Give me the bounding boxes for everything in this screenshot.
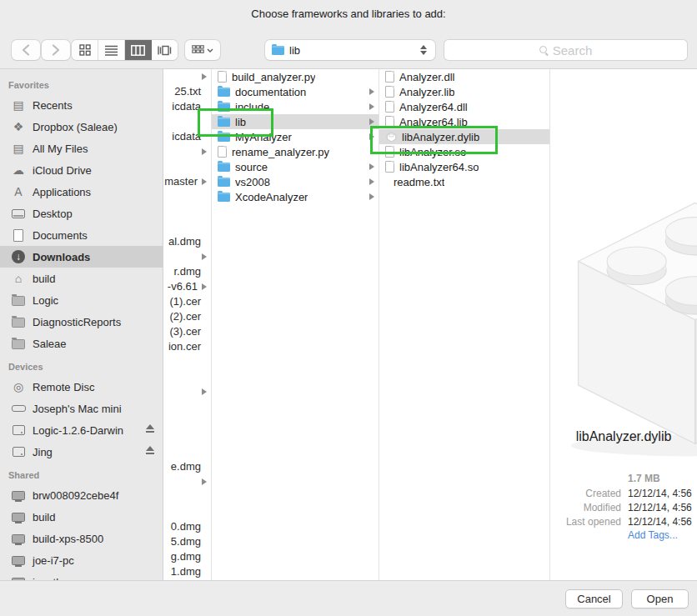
sidebar-item-joseph-s-mac-mini[interactable]: Joseph's Mac mini: [0, 398, 163, 419]
file-row-source[interactable]: source: [212, 159, 379, 174]
back-button[interactable]: [12, 40, 40, 60]
sidebar-item-label: Applications: [33, 186, 91, 198]
clipped-file-row[interactable]: icdata: [163, 99, 211, 114]
clipped-file-row[interactable]: [163, 69, 211, 84]
search-placeholder: Search: [553, 43, 593, 58]
sidebar-item-jing[interactable]: Jing: [0, 441, 163, 463]
sidebar-item-all-my-files[interactable]: ▤All My Files: [0, 138, 163, 159]
file-row-libanalyzer64-so[interactable]: libAnalyzer64.so: [379, 159, 549, 174]
icon-view-icon: [79, 44, 91, 56]
clipped-file-row[interactable]: 0.dmg: [163, 519, 211, 534]
file-row-rename-analyzer-py[interactable]: rename_analyzer.py: [212, 144, 379, 159]
path-dropdown-value: lib: [289, 44, 420, 57]
column-view-button[interactable]: [125, 40, 152, 60]
sidebar-item-dropbox-saleae-[interactable]: ❖Dropbox (Saleae): [0, 116, 163, 138]
coverflow-view-button[interactable]: [152, 40, 178, 60]
file-row-analyzer64-dll[interactable]: Analyzer64.dll: [379, 99, 549, 114]
documents-icon: [11, 228, 26, 243]
clipped-file-row[interactable]: [163, 474, 211, 489]
preview-pane: libAnalyzer.dylib 1.7 MB Created12/12/14…: [550, 69, 697, 581]
file-row-documentation[interactable]: documentation: [212, 84, 379, 99]
clipped-file-row[interactable]: e.dmg: [163, 459, 211, 474]
file-row-label: Analyzer64.lib: [399, 116, 468, 128]
file-row-lib[interactable]: lib: [212, 114, 379, 129]
file-row-analyzer64-lib[interactable]: Analyzer64.lib: [379, 114, 549, 129]
disclosure-arrow-icon: [202, 283, 207, 290]
clipped-file-row[interactable]: [163, 249, 211, 264]
sidebar-item-desktop[interactable]: Desktop: [0, 203, 163, 224]
clipped-file-row[interactable]: r.dmg: [163, 264, 211, 279]
sidebar-item-saleae[interactable]: Saleae: [0, 333, 163, 354]
file-icon: [385, 161, 394, 173]
file-row-label: documentation: [235, 86, 306, 98]
sidebar-item-diagnosticreports[interactable]: DiagnosticReports: [0, 311, 163, 333]
path-dropdown[interactable]: lib: [265, 40, 435, 60]
cancel-button[interactable]: Cancel: [565, 589, 623, 608]
clipped-file-row[interactable]: master: [163, 174, 211, 189]
sidebar-item-build-xps-8500[interactable]: build-xps-8500: [0, 528, 163, 549]
sidebar-item-label: Dropbox (Saleae): [33, 121, 118, 133]
file-row-vs2008[interactable]: vs2008: [212, 174, 379, 189]
file-row-xcodeanalyzer[interactable]: XcodeAnalyzer: [212, 189, 379, 204]
file-row-include[interactable]: include: [212, 99, 379, 114]
clipped-file-row[interactable]: (2).cer: [163, 309, 211, 324]
file-row-analyzer-dll[interactable]: Analyzer.dll: [379, 69, 549, 84]
folder-icon: [272, 46, 284, 55]
sidebar-item-logic[interactable]: Logic: [0, 289, 163, 311]
clipped-file-row[interactable]: ion.cer: [163, 339, 211, 354]
blue-folder-icon: [218, 178, 230, 187]
file-row-readme-txt[interactable]: readme.txt: [379, 174, 549, 189]
arrange-button[interactable]: [185, 40, 220, 60]
sidebar-item-label: All My Files: [33, 143, 88, 155]
text-file-icon: [385, 179, 389, 185]
file-row-label: readme.txt: [394, 176, 444, 188]
column-view-icon: [131, 45, 145, 56]
clipped-file-row[interactable]: al.dmg: [163, 234, 211, 249]
sidebar-item-brw008092cebe4f[interactable]: brw008092cebe4f: [0, 484, 163, 506]
clipped-file-row[interactable]: (1).cer: [163, 294, 211, 309]
clipped-file-row[interactable]: 25.txt: [163, 84, 211, 99]
eject-icon: [145, 424, 155, 434]
sidebar-item-icloud-drive[interactable]: ☁iCloud Drive: [0, 159, 163, 181]
file-row-label: Analyzer.lib: [399, 86, 454, 98]
file-row-analyzer-lib[interactable]: Analyzer.lib: [379, 84, 549, 99]
file-row-libanalyzer-so[interactable]: libAnalyzer.so: [379, 144, 549, 159]
blue-folder-icon: [218, 88, 230, 97]
sidebar-item-remote-disc[interactable]: ◎Remote Disc: [0, 376, 163, 398]
file-row-label: libAnalyzer.dylib: [402, 131, 479, 143]
clipped-file-row[interactable]: [163, 384, 211, 399]
clipped-file-row[interactable]: icdata: [163, 129, 211, 144]
sidebar-item-build[interactable]: ⌂build: [0, 268, 163, 289]
sidebar-item-documents[interactable]: Documents: [0, 224, 163, 246]
clipped-file-row[interactable]: (3).cer: [163, 324, 211, 339]
sidebar-item-downloads[interactable]: ↓Downloads: [0, 246, 163, 268]
search-input[interactable]: Search: [444, 40, 687, 60]
file-row-libanalyzer-dylib[interactable]: libAnalyzer.dylib: [379, 129, 549, 144]
sidebar-section-header: Devices: [0, 358, 163, 376]
sidebar-item-label: Documents: [33, 229, 88, 242]
sheet-title: Choose frameworks and libraries to add:: [0, 8, 697, 20]
file-browser: Favorites▤Recents❖Dropbox (Saleae)▤All M…: [0, 68, 697, 581]
preview-detail-label: Last opened: [550, 515, 621, 529]
chevron-left-icon: [22, 44, 30, 56]
file-row-build-analyzer-py[interactable]: build_analyzer.py: [212, 69, 379, 84]
display-icon: [11, 488, 26, 503]
disclosure-arrow-icon: [369, 133, 374, 140]
forward-button[interactable]: [42, 40, 70, 60]
clipped-file-row[interactable]: 5.dmg: [163, 534, 211, 549]
add-tags-link[interactable]: Add Tags...: [628, 529, 678, 541]
sidebar-item-applications[interactable]: AApplications: [0, 181, 163, 203]
list-view-button[interactable]: [98, 40, 125, 60]
sidebar-item-build[interactable]: build: [0, 506, 163, 528]
clipped-file-row[interactable]: -v6.61: [163, 279, 211, 294]
sidebar-item-logic-1-2-6-darwin[interactable]: Logic-1.2.6-Darwin: [0, 419, 163, 441]
clipped-file-row[interactable]: [163, 144, 211, 159]
sidebar-item-recents[interactable]: ▤Recents: [0, 94, 163, 116]
clipped-file-row[interactable]: 1.dmg: [163, 564, 211, 579]
open-button[interactable]: Open: [631, 589, 689, 608]
file-row-myanalyzer[interactable]: MyAnalyzer: [212, 129, 379, 144]
sidebar-item-joe-i7-pc[interactable]: joe-i7-pc: [0, 549, 163, 571]
icon-view-button[interactable]: [72, 40, 98, 60]
display-icon: [11, 509, 26, 524]
clipped-file-row[interactable]: g.dmg: [163, 549, 211, 564]
